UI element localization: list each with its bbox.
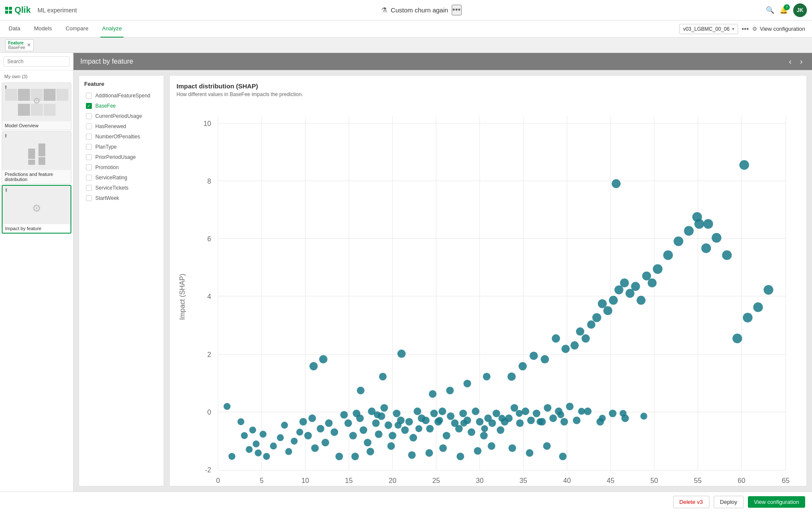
tag-title: Feature bbox=[8, 41, 25, 45]
svg-point-198 bbox=[620, 410, 627, 417]
content-header-title: Impact by feature bbox=[80, 58, 133, 65]
svg-point-66 bbox=[325, 419, 332, 427]
feature-label-tickets: ServiceTickets bbox=[95, 185, 129, 191]
feature-checkbox-renewed[interactable] bbox=[86, 123, 92, 129]
feature-checkbox-penalties[interactable] bbox=[86, 134, 92, 140]
feature-checkbox-tickets[interactable] bbox=[86, 185, 92, 191]
close-tag-button[interactable]: ✕ bbox=[27, 42, 31, 48]
svg-point-179 bbox=[733, 334, 742, 343]
svg-point-136 bbox=[549, 415, 557, 422]
delete-button[interactable]: Delete v3 bbox=[673, 496, 709, 508]
svg-point-47 bbox=[241, 432, 248, 439]
feature-checkbox-week[interactable] bbox=[86, 195, 92, 201]
feature-item-prior-period[interactable]: PriorPeriodUsage bbox=[84, 153, 159, 161]
svg-point-92 bbox=[357, 387, 365, 395]
nav-item-data[interactable]: Data bbox=[7, 20, 22, 38]
notifications-button[interactable]: 🔔 7 bbox=[780, 6, 788, 14]
feature-item-penalties[interactable]: NumberOfPenalties bbox=[84, 132, 159, 141]
svg-point-52 bbox=[259, 431, 266, 438]
prev-button[interactable]: ‹ bbox=[786, 56, 794, 67]
experiment-more-button[interactable]: ••• bbox=[452, 5, 462, 15]
svg-point-171 bbox=[653, 264, 663, 274]
svg-point-145 bbox=[518, 362, 527, 371]
svg-point-189 bbox=[436, 417, 443, 424]
model-more-button[interactable]: ••• bbox=[741, 25, 749, 33]
sidebar-item-impact[interactable]: ⬆ ⚙ Impact by feature bbox=[2, 185, 71, 234]
search-button[interactable]: 🔍 bbox=[766, 6, 774, 14]
svg-point-51 bbox=[255, 450, 262, 456]
svg-point-135 bbox=[544, 404, 551, 412]
view-configuration-button[interactable]: ⚙ View configuration bbox=[752, 26, 805, 32]
deploy-button[interactable]: Deploy bbox=[714, 496, 744, 508]
tag-subtitle: BaseFee bbox=[8, 45, 25, 50]
sidebar-item-label-impact: Impact by feature bbox=[3, 224, 71, 233]
svg-point-99 bbox=[422, 416, 430, 424]
svg-point-98 bbox=[408, 451, 416, 459]
svg-text:15: 15 bbox=[345, 477, 353, 484]
sidebar-item-model-overview[interactable]: ⬆ ⚙ Model Overview bbox=[2, 82, 71, 130]
search-input[interactable] bbox=[3, 56, 70, 67]
feature-item-base-fee[interactable]: ✓ BaseFee bbox=[84, 102, 159, 110]
svg-text:60: 60 bbox=[738, 477, 745, 484]
next-button[interactable]: › bbox=[797, 56, 805, 67]
svg-point-161 bbox=[631, 282, 640, 291]
svg-text:35: 35 bbox=[520, 477, 527, 484]
navbar: Data Models Compare Analyze v03_LGBMC_00… bbox=[0, 20, 812, 38]
feature-checkbox-rating[interactable] bbox=[86, 175, 92, 181]
chevron-down-icon: ▾ bbox=[732, 26, 734, 31]
feature-label-current: CurrentPeriodUsage bbox=[95, 113, 142, 119]
feature-checkbox-additional[interactable] bbox=[86, 93, 92, 99]
svg-point-75 bbox=[356, 415, 364, 422]
svg-point-139 bbox=[566, 403, 574, 410]
feature-label-additional: AdditionalFeatureSpend bbox=[95, 93, 150, 99]
sidebar-item-predictions[interactable]: ⬆ Predictions and feature distribution bbox=[2, 131, 71, 184]
svg-point-194 bbox=[536, 418, 543, 425]
feature-item-promotion[interactable]: Promotion bbox=[84, 163, 159, 172]
svg-point-62 bbox=[309, 415, 316, 422]
feature-panel-title: Feature bbox=[84, 81, 159, 87]
svg-point-65 bbox=[321, 439, 329, 446]
feature-checkbox-plan[interactable] bbox=[86, 144, 92, 150]
view-configuration-bottom-button[interactable]: View configuration bbox=[748, 496, 805, 508]
feature-item-current-period[interactable]: CurrentPeriodUsage bbox=[84, 112, 159, 120]
svg-text:2: 2 bbox=[207, 351, 211, 358]
svg-point-122 bbox=[474, 447, 482, 455]
nav-item-models[interactable]: Models bbox=[32, 20, 53, 38]
feature-checkbox-prior[interactable] bbox=[86, 154, 92, 160]
main-layout: My own (3) ⬆ ⚙ Model Overview bbox=[0, 53, 812, 492]
svg-point-195 bbox=[557, 411, 564, 418]
svg-point-70 bbox=[309, 362, 318, 371]
svg-point-133 bbox=[533, 410, 540, 417]
svg-point-103 bbox=[438, 407, 446, 415]
nav-item-compare[interactable]: Compare bbox=[64, 20, 90, 38]
view-configuration-label: View configuration bbox=[760, 26, 805, 32]
svg-point-186 bbox=[374, 411, 381, 418]
feature-item-service-rating[interactable]: ServiceRating bbox=[84, 173, 159, 182]
feature-item-has-renewed[interactable]: HasRenewed bbox=[84, 122, 159, 131]
svg-text:30: 30 bbox=[476, 477, 484, 484]
svg-point-183 bbox=[692, 212, 702, 222]
feature-checkbox-current[interactable] bbox=[86, 113, 92, 119]
feature-item-additional-feature-spend[interactable]: AdditionalFeatureSpend bbox=[84, 91, 159, 100]
feature-item-service-tickets[interactable]: ServiceTickets bbox=[84, 184, 159, 192]
model-select[interactable]: v03_LGBMC_00_06 ▾ bbox=[679, 24, 738, 34]
feature-label-plan: PlanType bbox=[95, 144, 117, 150]
svg-point-188 bbox=[415, 425, 422, 432]
nav-item-analyze[interactable]: Analyze bbox=[100, 20, 124, 38]
svg-point-140 bbox=[509, 444, 516, 452]
svg-point-119 bbox=[425, 449, 433, 457]
qlik-logo-text: Qlik bbox=[15, 5, 31, 15]
export-icon-3: ⬆ bbox=[4, 187, 8, 193]
feature-checkbox-promotion[interactable] bbox=[86, 164, 92, 170]
svg-point-93 bbox=[379, 373, 387, 380]
avatar[interactable]: JK bbox=[793, 3, 807, 17]
svg-point-76 bbox=[359, 426, 367, 434]
feature-item-plan-type[interactable]: PlanType bbox=[84, 143, 159, 151]
svg-point-123 bbox=[488, 442, 495, 450]
svg-point-185 bbox=[739, 160, 749, 170]
feature-checkbox-base-fee[interactable]: ✓ bbox=[86, 103, 92, 109]
feature-label-promotion: Promotion bbox=[95, 164, 119, 170]
feature-item-start-week[interactable]: StartWeek bbox=[84, 194, 159, 202]
svg-point-105 bbox=[447, 413, 455, 420]
feature-label-rating: ServiceRating bbox=[95, 175, 127, 181]
